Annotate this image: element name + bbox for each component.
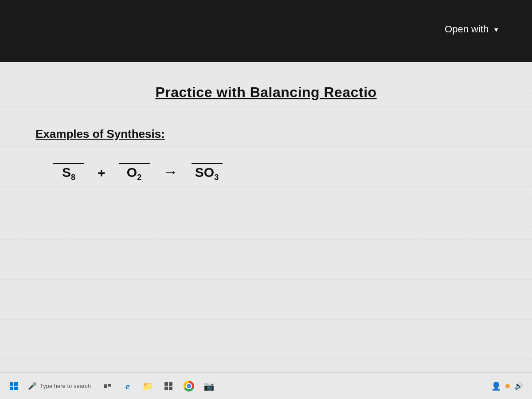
- reactant2-subscript: 2: [137, 173, 141, 182]
- camera-icon: 📷: [203, 381, 215, 391]
- zoom-button[interactable]: 📷: [200, 377, 219, 395]
- grid-icon: [164, 382, 172, 390]
- search-label: Type here to search: [40, 383, 91, 389]
- product-blank-line: [192, 163, 223, 164]
- product-subscript: 3: [214, 173, 219, 182]
- document-title: Practice with Balancing Reactio: [35, 84, 497, 101]
- reactant1-blank-line: [53, 163, 84, 164]
- reactant1-subscript: 8: [71, 173, 75, 182]
- file-explorer-button[interactable]: 📁: [139, 377, 157, 395]
- edge-letter-icon: e: [125, 380, 130, 392]
- equation-row: S8 + O2 → SO3: [35, 163, 497, 181]
- reactant1-term: S8: [53, 163, 84, 181]
- plus-operator: +: [98, 165, 106, 180]
- taskbar-right-area: 👤 🔊: [491, 381, 528, 391]
- folder-icon: 📁: [142, 381, 153, 391]
- apps-grid-button[interactable]: [159, 377, 178, 395]
- windows-logo-icon: [10, 382, 18, 390]
- section-heading: Examples of Synthesis:: [35, 127, 497, 141]
- chrome-icon: [184, 381, 194, 391]
- chrome-browser-button[interactable]: [180, 377, 198, 395]
- microphone-icon[interactable]: 🎤: [27, 381, 37, 391]
- open-with-label: Open with: [445, 23, 489, 35]
- reaction-arrow: →: [163, 163, 178, 180]
- document-area: Practice with Balancing Reactio Examples…: [0, 62, 532, 372]
- reactant2-blank-line: [119, 163, 150, 164]
- edge-browser-icon[interactable]: e: [118, 377, 137, 395]
- person-icon[interactable]: 👤: [491, 381, 501, 391]
- chevron-down-icon: ▼: [493, 26, 499, 33]
- product-formula: SO3: [195, 166, 219, 181]
- search-area[interactable]: 🎤 Type here to search: [27, 381, 91, 391]
- volume-icon[interactable]: 🔊: [514, 382, 523, 390]
- reactant2-formula: O2: [127, 166, 141, 181]
- start-button[interactable]: [4, 377, 23, 395]
- reactant1-formula: S8: [62, 166, 75, 181]
- top-toolbar: Open with ▼: [0, 0, 532, 62]
- task-view-button[interactable]: [98, 377, 117, 395]
- reactant2-term: O2: [119, 163, 150, 181]
- open-with-button[interactable]: Open with ▼: [438, 20, 505, 39]
- taskbar: 🎤 Type here to search e 📁 📷 👤 🔊: [0, 372, 532, 399]
- status-dot: [505, 384, 510, 388]
- product-term: SO3: [192, 163, 223, 181]
